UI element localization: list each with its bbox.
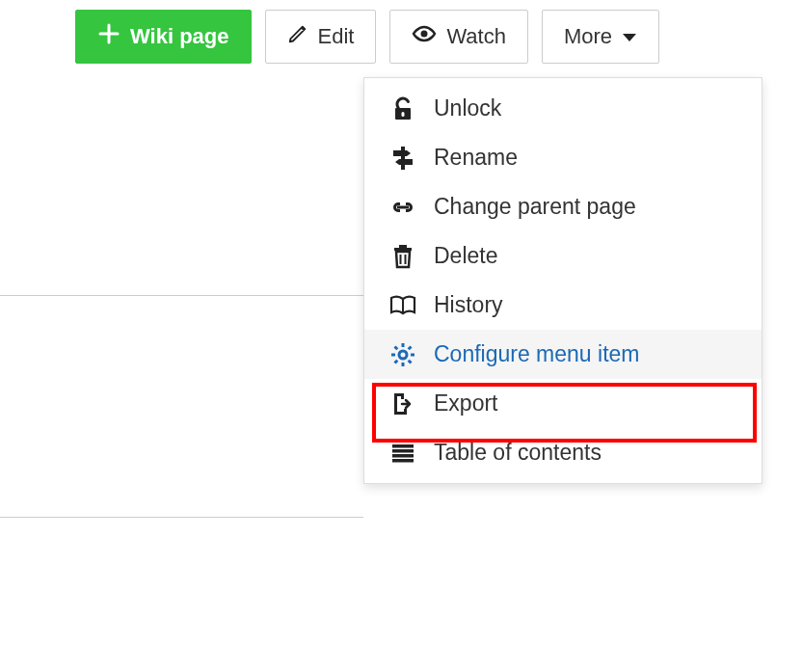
divider [0, 517, 363, 518]
more-button[interactable]: More [542, 10, 659, 64]
dropdown-item-history[interactable]: History [364, 281, 762, 330]
unlock-icon [389, 96, 416, 121]
edit-label: Edit [318, 24, 355, 49]
wiki-page-label: Wiki page [130, 24, 229, 49]
edit-button[interactable]: Edit [265, 10, 377, 64]
svg-line-15 [395, 346, 398, 349]
dropdown-item-label: Change parent page [434, 194, 636, 220]
toolbar: Wiki page Edit Watch More [0, 0, 802, 64]
caret-down-icon [622, 24, 637, 49]
dropdown-item-configure-menu[interactable]: Configure menu item [364, 330, 762, 379]
dropdown-item-export[interactable]: Export [364, 379, 762, 428]
svg-point-0 [421, 31, 428, 38]
dropdown-item-label: Configure menu item [434, 341, 640, 367]
dropdown-item-label: Unlock [434, 95, 501, 121]
svg-rect-21 [392, 454, 414, 458]
plus-icon [97, 22, 120, 51]
svg-rect-4 [397, 205, 409, 208]
link-icon [389, 201, 416, 214]
divider [0, 295, 363, 296]
dropdown-item-toc[interactable]: Table of contents [364, 428, 762, 477]
svg-rect-6 [399, 245, 407, 248]
signpost-icon [389, 146, 416, 171]
dropdown-item-unlock[interactable]: Unlock [364, 84, 762, 133]
svg-line-18 [409, 346, 412, 349]
svg-rect-22 [392, 459, 414, 463]
watch-label: Watch [446, 24, 506, 49]
svg-rect-5 [394, 248, 412, 251]
svg-line-16 [409, 360, 412, 363]
trash-icon [389, 244, 416, 269]
wiki-page-button[interactable]: Wiki page [75, 10, 252, 64]
svg-line-17 [395, 360, 398, 363]
dropdown-item-label: Rename [434, 145, 518, 171]
svg-point-10 [399, 351, 407, 359]
export-icon [389, 391, 416, 417]
book-icon [389, 295, 416, 316]
dropdown-item-rename[interactable]: Rename [364, 133, 762, 182]
svg-rect-3 [401, 147, 405, 170]
watch-button[interactable]: Watch [389, 10, 528, 64]
svg-rect-20 [392, 449, 414, 453]
pencil-icon [287, 23, 308, 50]
gear-icon [389, 342, 416, 367]
dropdown-item-delete[interactable]: Delete [364, 231, 762, 281]
svg-rect-19 [392, 444, 414, 448]
dropdown-item-label: History [434, 292, 503, 318]
dropdown-item-label: Table of contents [434, 440, 602, 466]
more-dropdown: Unlock Rename Change parent page Delete … [363, 77, 762, 484]
svg-rect-2 [402, 112, 405, 117]
eye-icon [412, 24, 437, 49]
dropdown-item-label: Export [434, 390, 497, 417]
more-label: More [564, 24, 612, 49]
dropdown-item-change-parent[interactable]: Change parent page [364, 182, 762, 231]
dropdown-item-label: Delete [434, 243, 497, 269]
list-icon [389, 444, 416, 463]
